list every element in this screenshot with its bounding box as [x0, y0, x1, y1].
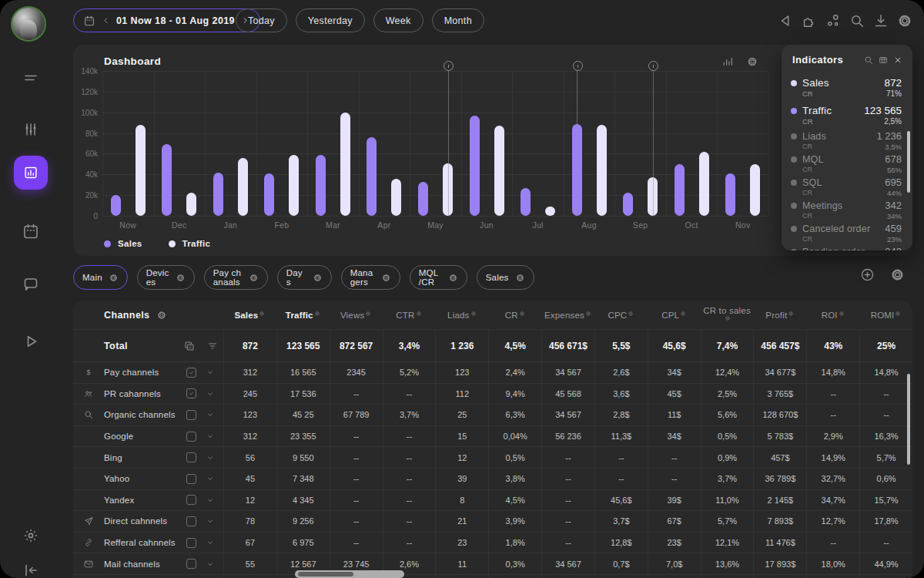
annotation-marker[interactable] [648, 61, 658, 71]
sidebar-item-analytics[interactable] [14, 156, 48, 190]
table-row-google[interactable]: Google 31223 355----150,04%56 23611,3$34… [73, 426, 912, 448]
row-checkbox[interactable] [186, 368, 196, 378]
row-checkbox[interactable] [186, 559, 196, 569]
filter-chip-days[interactable]: Days [277, 265, 332, 290]
sidebar-item-theme[interactable] [22, 526, 40, 545]
quick-button-yesterday[interactable]: Yesterday [296, 8, 365, 32]
indicator-mql[interactable]: MQL 678 CR56% [782, 153, 912, 174]
row-checkbox[interactable] [186, 410, 196, 420]
settings-icon[interactable] [746, 55, 758, 68]
table-row-other[interactable]: Other 124 7661 0482,9%140,8%34 5672,4$4,… [73, 575, 912, 578]
search-icon[interactable] [863, 55, 874, 66]
table-row-refferal-cahnnels[interactable]: Refferal cahnnels 676 975----231,8%--12,… [73, 533, 912, 554]
settings-icon[interactable] [249, 273, 259, 283]
puzzle-icon[interactable] [801, 12, 818, 29]
share-nodes-icon[interactable] [825, 12, 842, 29]
copy-2-icon[interactable]: 2 [183, 340, 196, 352]
settings-icon[interactable] [896, 12, 913, 29]
sidebar-item-collapse[interactable] [22, 561, 40, 578]
settings-icon[interactable] [109, 273, 119, 283]
settings-icon[interactable] [628, 311, 634, 317]
back-icon[interactable] [777, 12, 794, 29]
column-header-romi[interactable]: ROMI [859, 311, 912, 320]
quick-button-month[interactable]: Month [432, 8, 484, 32]
annotation-marker[interactable] [573, 61, 583, 71]
column-header-views[interactable]: Views [330, 311, 383, 320]
indicators-scrollbar[interactable] [907, 131, 910, 193]
sidebar-item-menu[interactable] [22, 69, 40, 87]
quick-button-week[interactable]: Week [373, 8, 424, 32]
filter-chip-sales[interactable]: Sales [477, 265, 534, 290]
table-vertical-scrollbar[interactable] [907, 374, 910, 465]
add-filter-button[interactable] [859, 267, 875, 283]
settings-icon[interactable] [585, 311, 591, 317]
row-checkbox[interactable] [186, 538, 196, 548]
close-icon[interactable] [892, 55, 903, 66]
settings-icon[interactable] [176, 273, 186, 283]
filter-lines-icon[interactable] [206, 340, 219, 352]
filter-chip-mql-cr[interactable]: MQL /CR [410, 265, 467, 290]
settings-icon[interactable] [788, 311, 794, 317]
settings-icon[interactable] [470, 311, 477, 317]
table-row-pay-channels[interactable]: $ Pay channels 31216 56523455,2%1232,4%3… [73, 362, 912, 384]
settings-icon[interactable] [680, 311, 686, 317]
chevron-down-icon[interactable] [206, 432, 215, 441]
column-header-traffic[interactable]: Traffic [276, 311, 330, 320]
indicator-traffic[interactable]: Traffic 123 565 CR2,5% [782, 105, 912, 126]
table-row-direct-cahnnels[interactable]: Direct cahnnels 789 256----213,9%--3,7$6… [73, 511, 912, 533]
download-icon[interactable] [872, 12, 889, 29]
settings-icon[interactable] [416, 311, 422, 317]
chevron-down-icon[interactable] [206, 474, 215, 483]
avatar[interactable] [11, 6, 46, 42]
settings-icon[interactable] [259, 311, 265, 317]
indicator-sql[interactable]: SQL 695 CR44% [782, 176, 912, 197]
filter-chip-managers[interactable]: Managers [341, 265, 400, 290]
channels-settings-icon[interactable] [156, 310, 167, 321]
chevron-down-icon[interactable] [206, 368, 215, 377]
chevron-down-icon[interactable] [206, 389, 215, 398]
legend-item-traffic[interactable]: Traffic [169, 239, 211, 248]
settings-icon[interactable] [725, 315, 731, 321]
date-prev-button[interactable] [101, 15, 111, 25]
settings-icon[interactable] [381, 273, 391, 283]
chevron-down-icon[interactable] [206, 410, 215, 419]
column-header-cr-to-sales[interactable]: CR to sales [701, 306, 754, 324]
indicator-canceled-order[interactable]: Canceled order 459 CR23% [782, 223, 912, 244]
chevron-down-icon[interactable] [206, 496, 215, 505]
indicator-meetings[interactable]: Meetings 342 CR34% [782, 200, 912, 220]
column-header-cpl[interactable]: CPL [648, 311, 701, 320]
filter-chip-pay-chanaals[interactable]: Pay chanaals [204, 265, 268, 290]
filter-chip-main[interactable]: Main [73, 265, 128, 290]
column-header-sales[interactable]: Sales [223, 311, 276, 320]
table-row-pr-cahannels[interactable]: PR cahannels 24517 536----1129,4%45 5683… [73, 384, 912, 405]
legend-item-sales[interactable]: Sales [104, 239, 142, 248]
column-header-ctr[interactable]: CTR [383, 311, 436, 320]
settings-icon[interactable] [313, 273, 323, 283]
chevron-down-icon[interactable] [206, 516, 215, 526]
column-header-roi[interactable]: ROI [806, 311, 859, 320]
settings-icon[interactable] [448, 273, 458, 283]
row-checkbox[interactable] [186, 452, 196, 462]
column-header-profit[interactable]: Profit [753, 311, 806, 320]
row-checkbox[interactable] [186, 432, 196, 442]
chevron-down-icon[interactable] [206, 538, 215, 547]
settings-icon[interactable] [314, 311, 320, 317]
filter-chip-devices[interactable]: Devices [137, 265, 195, 290]
indicator-liads[interactable]: Liads 1 236 CR3,5% [782, 130, 912, 151]
settings-icon[interactable] [895, 311, 901, 317]
settings-icon[interactable] [839, 311, 845, 317]
indicator-pending-order[interactable]: Pending order 342 [782, 246, 912, 250]
sidebar-item-calendar[interactable] [22, 222, 40, 240]
annotation-marker[interactable] [444, 61, 454, 71]
settings-icon[interactable] [365, 311, 371, 317]
filter-settings-button[interactable] [889, 267, 906, 283]
table-row-yahoo[interactable]: Yahoo 457 348----393,8%------3,7%36 789$… [73, 469, 912, 490]
table-row-mail-channels[interactable]: Mail channels 5512 56723 7452,6%110,3%34… [73, 553, 912, 575]
quick-button-today[interactable]: Today [236, 8, 287, 32]
date-range-picker[interactable]: 01 Now 18 - 01 Aug 2019 [73, 8, 260, 32]
indicator-sales[interactable]: Sales 872 CR71% [782, 77, 912, 98]
row-checkbox[interactable] [186, 388, 196, 398]
chart-bars-icon[interactable] [721, 55, 734, 68]
column-header-expenses[interactable]: Expenses [541, 311, 594, 320]
chevron-down-icon[interactable] [206, 560, 215, 569]
